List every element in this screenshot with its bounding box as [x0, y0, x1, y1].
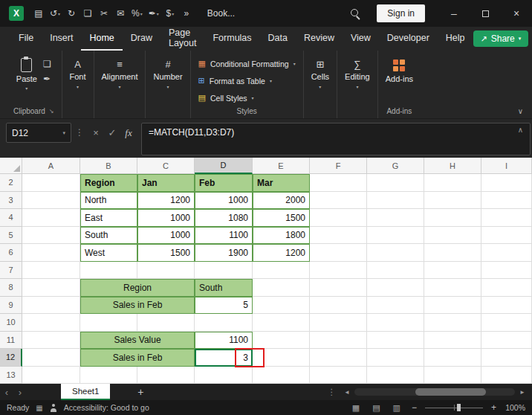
macro-record-icon[interactable]: ▦	[36, 404, 42, 412]
search-button[interactable]	[344, 8, 366, 19]
cell-h13[interactable]	[424, 367, 481, 385]
row-header-2[interactable]: 2	[0, 174, 22, 192]
redo-icon[interactable]: ↻	[64, 7, 79, 20]
column-header-e[interactable]: E	[253, 158, 310, 174]
row-header-7[interactable]: 7	[0, 262, 22, 280]
cell-f3[interactable]	[310, 192, 367, 210]
cell-i5[interactable]	[481, 227, 532, 245]
cell-h12[interactable]	[424, 349, 481, 367]
accessibility-status[interactable]: Accessibility: Good to go	[64, 403, 149, 412]
cell-i7[interactable]	[481, 262, 532, 280]
cell-i11[interactable]	[481, 332, 532, 350]
column-header-g[interactable]: G	[367, 158, 424, 174]
cell-c6[interactable]: 1500	[137, 244, 195, 262]
cell-g8[interactable]	[367, 279, 424, 297]
horizontal-scrollbar[interactable]	[354, 388, 515, 396]
cell-e2[interactable]: Mar	[253, 174, 310, 192]
cell-f11[interactable]	[310, 332, 367, 350]
cell-d12[interactable]: 3	[195, 349, 253, 367]
zoom-out-icon[interactable]: −	[410, 402, 418, 413]
cell-h8[interactable]	[424, 279, 481, 297]
cell-b12[interactable]: Sales in Feb	[80, 349, 195, 367]
tab-insert[interactable]: Insert	[42, 27, 81, 51]
tab-page-layout[interactable]: Page Layout	[160, 27, 205, 51]
cell-e7[interactable]	[253, 262, 310, 280]
collapse-ribbon-icon[interactable]: ∨	[518, 107, 523, 115]
cell-d6[interactable]: 1900	[195, 244, 253, 262]
cell-b5[interactable]: South	[80, 227, 137, 245]
cell-f7[interactable]	[310, 262, 367, 280]
cell-c7[interactable]	[137, 262, 195, 280]
tab-draw[interactable]: Draw	[123, 27, 160, 51]
column-header-h[interactable]: H	[424, 158, 481, 174]
cell-h2[interactable]	[424, 174, 481, 192]
cell-a4[interactable]	[22, 209, 80, 227]
cell-b11[interactable]: Sales Value	[80, 332, 195, 350]
cell-i8[interactable]	[481, 279, 532, 297]
cell-f13[interactable]	[310, 367, 367, 385]
cell-i12[interactable]	[481, 349, 532, 367]
cell-g12[interactable]	[367, 349, 424, 367]
tab-developer[interactable]: Developer	[379, 27, 438, 51]
number-button[interactable]: #Number▾	[153, 59, 182, 89]
maximize-button[interactable]	[470, 0, 501, 27]
cell-b9[interactable]: Sales in Feb	[80, 297, 195, 315]
cell-a6[interactable]	[22, 244, 80, 262]
cell-b13[interactable]	[80, 367, 137, 385]
tab-file[interactable]: File	[10, 27, 42, 51]
cell-i13[interactable]	[481, 367, 532, 385]
cell-i9[interactable]	[481, 297, 532, 315]
copy-icon[interactable]: ❏	[80, 7, 95, 20]
cell-c3[interactable]: 1200	[137, 192, 195, 210]
cell-d4[interactable]: 1080	[195, 209, 253, 227]
row-header-5[interactable]: 5	[0, 227, 22, 245]
copy-icon[interactable]: ❏	[43, 59, 51, 68]
cells-button[interactable]: ⊞Cells▾	[311, 59, 329, 89]
close-button[interactable]: ×	[501, 0, 532, 27]
cell-h9[interactable]	[424, 297, 481, 315]
tab-help[interactable]: Help	[438, 27, 473, 51]
cell-c4[interactable]: 1000	[137, 209, 195, 227]
name-box[interactable]: D12 ▾	[6, 123, 71, 143]
cell-g10[interactable]	[367, 314, 424, 332]
column-header-d[interactable]: D	[195, 158, 253, 174]
cell-e13[interactable]	[253, 367, 310, 385]
cell-b2[interactable]: Region	[80, 174, 137, 192]
cell-h5[interactable]	[424, 227, 481, 245]
cell-d13[interactable]	[195, 367, 253, 385]
cell-styles-button[interactable]: ▤Cell Styles▾	[198, 90, 296, 106]
cell-d3[interactable]: 1000	[195, 192, 253, 210]
cell-e12[interactable]	[253, 349, 310, 367]
cell-c13[interactable]	[137, 367, 195, 385]
cell-h6[interactable]	[424, 244, 481, 262]
cell-a9[interactable]	[22, 297, 80, 315]
cell-f9[interactable]	[310, 297, 367, 315]
scroll-left-icon[interactable]: ◄	[342, 389, 352, 396]
name-box-splitter[interactable]: ⋮	[75, 123, 84, 143]
dialog-launcher-icon[interactable]: ↘	[49, 108, 54, 115]
add-ins-button[interactable]: Add-ins	[386, 59, 413, 83]
percent-style-icon[interactable]: %▾	[129, 7, 145, 20]
cell-h11[interactable]	[424, 332, 481, 350]
cell-f4[interactable]	[310, 209, 367, 227]
row-header-12[interactable]: 12	[0, 349, 22, 367]
normal-view-icon[interactable]: ▦	[349, 403, 363, 413]
cell-f5[interactable]	[310, 227, 367, 245]
cell-d9[interactable]: 5	[195, 297, 253, 315]
tab-data[interactable]: Data	[260, 27, 296, 51]
formula-input[interactable]: =MATCH(D11,D3:D7) ∧	[141, 123, 531, 155]
cell-h3[interactable]	[424, 192, 481, 210]
scrollbar-thumb[interactable]	[415, 388, 486, 396]
sign-in-button[interactable]: Sign in	[377, 4, 425, 22]
cell-e6[interactable]: 1200	[253, 244, 310, 262]
tab-home[interactable]: Home	[81, 27, 122, 51]
cell-a3[interactable]	[22, 192, 80, 210]
editing-button[interactable]: ∑Editing▾	[345, 59, 370, 89]
cell-b7[interactable]	[80, 262, 137, 280]
cell-h7[interactable]	[424, 262, 481, 280]
cancel-icon[interactable]: ×	[88, 123, 104, 143]
cell-e10[interactable]	[253, 314, 310, 332]
column-header-a[interactable]: A	[22, 158, 80, 174]
new-sheet-button[interactable]: +	[131, 384, 150, 400]
cell-i3[interactable]	[481, 192, 532, 210]
